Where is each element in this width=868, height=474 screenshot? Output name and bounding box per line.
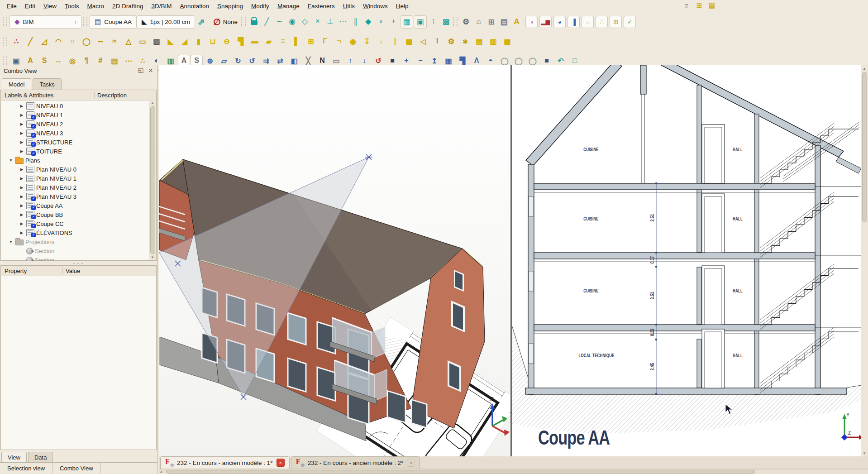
threaded-rod-icon[interactable]: | — [388, 35, 402, 48]
snap-dimensions-icon[interactable]: ↕ — [427, 15, 439, 28]
bim-setup-icon[interactable]: ⚙ — [460, 16, 472, 28]
apply-style-icon[interactable]: ⇗ — [195, 16, 207, 28]
arch-pipe-icon[interactable]: Γ — [318, 35, 332, 48]
annotation-styles-icon[interactable]: A — [510, 16, 523, 28]
menu-item[interactable]: Windows — [359, 1, 392, 11]
menu-item[interactable]: Fasteners — [304, 1, 339, 11]
toolbar-overflow-icon[interactable]: ≡ — [682, 0, 692, 10]
draft-facebinder-icon[interactable]: ▨ — [150, 35, 163, 48]
tab-view[interactable]: View — [1, 452, 27, 462]
draft-polygon-icon[interactable]: △ — [122, 35, 135, 48]
menu-item[interactable]: 2D Drafting — [108, 1, 147, 11]
snap-lock-icon[interactable] — [248, 15, 260, 28]
menu-item[interactable]: Snapping — [213, 1, 247, 11]
tab-close-icon[interactable]: × — [407, 459, 415, 467]
section-drawing[interactable]: Y X Z — [512, 65, 861, 457]
fastener-nut-icon[interactable]: ◉ — [346, 35, 360, 48]
toolbar-grip[interactable] — [83, 17, 87, 26]
tree-item[interactable]: ▶ Coupe BB — [1, 210, 156, 219]
tree-item[interactable]: ▶ Plan NIVEAU 1 — [1, 174, 156, 183]
tree-expander-icon[interactable]: ▶ — [19, 203, 24, 208]
bar-chart-icon[interactable]: ▂▆ — [539, 16, 552, 28]
tree-item[interactable]: ▶ ÉLÉVATIONS — [1, 228, 156, 237]
autogroup-none-icon[interactable]: ∅ — [211, 16, 223, 28]
arch-equipment-icon[interactable]: ⚙ — [444, 35, 458, 48]
tree-item[interactable]: ▶ Plan NIVEAU 2 — [1, 183, 156, 192]
tree-expander-icon[interactable]: ▼ — [8, 158, 14, 163]
toolbar-grip[interactable] — [241, 17, 246, 26]
tree-expander-icon[interactable]: ▶ — [19, 176, 24, 181]
working-plane-button[interactable]: ▤ Coupe AA — [90, 15, 137, 29]
tree-expander-icon[interactable]: ▶ — [19, 149, 24, 153]
tree-item[interactable]: ▼ Plans — [1, 156, 156, 165]
toolbar-grip[interactable] — [3, 37, 7, 46]
draft-ellipse-icon[interactable]: ◯ — [80, 35, 93, 48]
arch-fence-icon[interactable]: ▦ — [402, 35, 416, 48]
tree-expander-icon[interactable]: ▶ — [19, 113, 24, 117]
tree-item[interactable]: ▶ TOITURE — [1, 147, 156, 156]
arch-roof-icon[interactable]: ◣ — [164, 35, 177, 48]
snap-angle-icon[interactable]: ◇ — [299, 15, 311, 28]
snap-intersection-icon[interactable]: × — [311, 15, 324, 28]
tree-item[interactable]: Section — [1, 246, 156, 255]
statusbar-button[interactable]: Combo View — [52, 463, 100, 474]
tree-expander-icon[interactable]: ▶ — [19, 194, 24, 199]
sketch-icon[interactable]: ⊞ — [485, 16, 497, 28]
panel-splitter[interactable] — [0, 261, 157, 265]
snap-ortho-icon[interactable]: + — [387, 15, 400, 28]
tree-item[interactable]: ▶ NIVEAU 1 — [1, 110, 156, 120]
arch-building-icon[interactable]: ▥ — [486, 35, 500, 48]
fastener-screw-icon[interactable]: ↧ — [360, 35, 374, 48]
menu-item[interactable]: Manage — [273, 1, 304, 11]
horizontal-scrollbar[interactable] — [159, 469, 868, 474]
draft-arc-icon[interactable]: ◠ — [52, 35, 65, 48]
line-style-button[interactable]: ◣ 1px | 20.00 cm — [137, 15, 195, 29]
arch-slab-icon[interactable]: ▰ — [262, 35, 276, 48]
arch-wall-icon[interactable]: ▮ — [192, 35, 205, 48]
arch-wedge-icon[interactable]: ◢ — [178, 35, 191, 48]
draft-point-icon[interactable]: ∴ — [10, 35, 23, 48]
pipe-connector-icon[interactable]: ¬ — [332, 35, 346, 48]
tree-expander-icon[interactable]: ▶ — [19, 185, 24, 190]
tree-header[interactable]: Labels & Attributes Description — [1, 90, 156, 101]
tree-item[interactable]: ▶ Plan NIVEAU 0 — [1, 165, 156, 174]
arch-site-icon[interactable]: ▤ — [472, 35, 486, 48]
part-cut-icon[interactable]: ⊖ — [220, 35, 234, 48]
tree-item[interactable]: ▶ Coupe CC — [1, 219, 156, 228]
arch-panel-icon[interactable]: ▬ — [248, 35, 262, 48]
tree-item[interactable]: ▶ NIVEAU 2 — [1, 120, 156, 129]
tree-scrollbar-thumb[interactable] — [150, 106, 155, 254]
menu-item[interactable]: Modify — [247, 1, 273, 11]
report-icon[interactable]: ▐ — [568, 16, 580, 28]
property-editor[interactable] — [0, 276, 157, 450]
workbench-selector[interactable]: ◆ BIM ↕ — [10, 15, 82, 29]
snap-midpoint-icon[interactable]: ∼ — [273, 15, 286, 28]
horizontal-scrollbar-thumb[interactable] — [166, 470, 755, 474]
drawing-scrollbar-thumb[interactable] — [862, 72, 867, 222]
spreadsheet-quick-icon[interactable]: ⊞ — [694, 0, 704, 10]
menu-item[interactable]: Macro — [83, 1, 109, 11]
snap-grid-icon[interactable]: ▦ — [400, 15, 413, 29]
tree-item[interactable]: ▶ Coupe AA — [1, 201, 156, 210]
todo-list-icon[interactable]: ✓ — [624, 16, 636, 28]
toolbar-grip[interactable] — [3, 17, 7, 26]
drawing-vertical-scrollbar[interactable] — [861, 65, 868, 457]
tab-model[interactable]: Model — [2, 78, 31, 90]
doc-tab-2[interactable]: F ⚙ 232 - En cours - ancien modèle : 2* … — [291, 456, 420, 469]
close-panel-icon[interactable]: × — [147, 67, 154, 75]
menu-item[interactable]: Edit — [21, 1, 39, 11]
tree-item[interactable]: Section — [1, 255, 156, 261]
tree-expander-icon[interactable]: ▶ — [19, 212, 24, 217]
toolbar-grip[interactable] — [3, 56, 7, 65]
arch-floor-icon[interactable]: ▦ — [501, 35, 514, 48]
pie-chart-icon[interactable]: ◕ — [553, 16, 566, 28]
part-union-icon[interactable]: ⊔ — [206, 35, 219, 48]
arch-reference-icon[interactable]: ∗ — [458, 35, 472, 48]
snap-special-icon[interactable]: ◆ — [362, 15, 374, 28]
arch-grid-icon[interactable]: ⊞ — [304, 35, 318, 48]
menu-item[interactable]: Tools — [61, 1, 83, 11]
levels-icon[interactable]: ▤ — [498, 16, 510, 28]
menu-item[interactable]: Annotation — [176, 1, 213, 11]
tree-item[interactable]: ▶ Plan NIVEAU 3 — [1, 192, 156, 201]
tree-expander-icon[interactable]: ▶ — [19, 167, 24, 172]
